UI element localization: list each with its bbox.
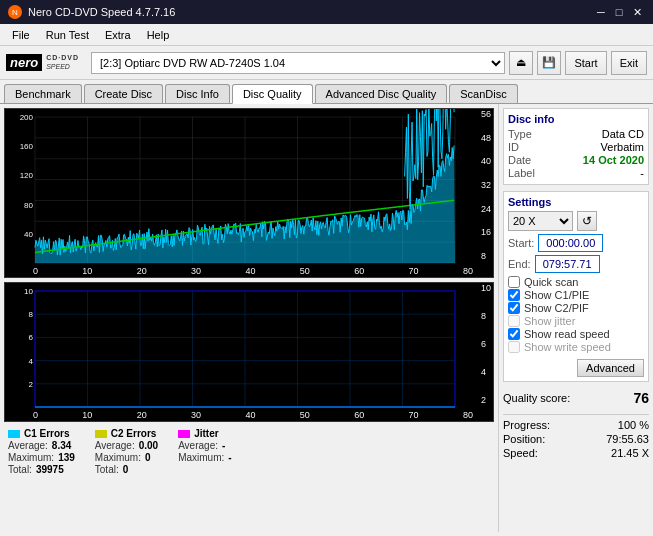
show-c2-pif-checkbox[interactable]	[508, 302, 520, 314]
c1-total: 39975	[36, 464, 64, 475]
lower-chart: 10 8 6 4 2 0 10 20 30 40 50 60 70 80	[4, 282, 494, 422]
close-button[interactable]: ✕	[629, 4, 645, 20]
window-controls: ─ □ ✕	[593, 4, 645, 20]
c1-errors-legend: C1 Errors Average: 8.34 Maximum: 139 Tot…	[8, 428, 75, 475]
title-bar: N Nero CD-DVD Speed 4.7.7.16 ─ □ ✕	[0, 0, 653, 24]
right-panel: Disc info Type Data CD ID Verbatim Date …	[498, 104, 653, 532]
advanced-button[interactable]: Advanced	[577, 359, 644, 377]
nero-logo: nero CD·DVD SPEED	[6, 54, 79, 71]
save-button[interactable]: 💾	[537, 51, 561, 75]
disc-info-title: Disc info	[508, 113, 644, 125]
tab-bar: Benchmark Create Disc Disc Info Disc Qua…	[0, 80, 653, 104]
speed-label: Speed:	[503, 447, 538, 459]
jitter-avg: -	[222, 440, 225, 451]
start-time-input[interactable]	[538, 234, 603, 252]
date-label: Date	[508, 154, 531, 166]
disc-disc-label-row: Label -	[508, 167, 644, 179]
minimize-button[interactable]: ─	[593, 4, 609, 20]
id-label: ID	[508, 141, 519, 153]
drive-selector[interactable]: [2:3] Optiarc DVD RW AD-7240S 1.04	[91, 52, 505, 74]
tab-disc-info[interactable]: Disc Info	[165, 84, 230, 103]
tab-create-disc[interactable]: Create Disc	[84, 84, 163, 103]
settings-title: Settings	[508, 196, 644, 208]
exit-button[interactable]: Exit	[611, 51, 647, 75]
jitter-max: -	[228, 452, 231, 463]
show-write-speed-label: Show write speed	[524, 341, 611, 353]
menu-bar: File Run Test Extra Help	[0, 24, 653, 46]
show-jitter-row: Show jitter	[508, 315, 644, 327]
show-read-speed-row: Show read speed	[508, 328, 644, 340]
disc-type-row: Type Data CD	[508, 128, 644, 140]
end-time-row: End:	[508, 255, 644, 273]
progress-section: Progress: 100 % Position: 79:55.63 Speed…	[503, 414, 649, 461]
app-title: Nero CD-DVD Speed 4.7.7.16	[28, 6, 175, 18]
show-c1-pie-checkbox[interactable]	[508, 289, 520, 301]
tab-scan-disc[interactable]: ScanDisc	[449, 84, 517, 103]
progress-value: 100 %	[618, 419, 649, 431]
c2-avg: 0.00	[139, 440, 158, 451]
tab-benchmark[interactable]: Benchmark	[4, 84, 82, 103]
menu-help[interactable]: Help	[139, 27, 178, 43]
jitter-color-indicator	[178, 430, 190, 438]
quality-score-row: Quality score: 76	[503, 388, 649, 408]
jitter-label: Jitter	[194, 428, 218, 439]
app-icon: N	[8, 5, 22, 19]
show-jitter-checkbox[interactable]	[508, 315, 520, 327]
show-read-speed-checkbox[interactable]	[508, 328, 520, 340]
type-label: Type	[508, 128, 532, 140]
show-c2-pif-row: Show C2/PIF	[508, 302, 644, 314]
speed-row: Speed: 21.45 X	[503, 447, 649, 459]
c1-max: 139	[58, 452, 75, 463]
start-label: Start:	[508, 237, 534, 249]
start-time-row: Start:	[508, 234, 644, 252]
disc-date-row: Date 14 Oct 2020	[508, 154, 644, 166]
show-c1-pie-label: Show C1/PIE	[524, 289, 589, 301]
progress-row: Progress: 100 %	[503, 419, 649, 431]
main-content: 56 48 40 32 24 16 8 0 10 20 30 40 50 60 …	[0, 104, 653, 532]
c2-errors-legend: C2 Errors Average: 0.00 Maximum: 0 Total…	[95, 428, 158, 475]
c2-color-indicator	[95, 430, 107, 438]
show-write-speed-checkbox[interactable]	[508, 341, 520, 353]
disc-id-row: ID Verbatim	[508, 141, 644, 153]
maximize-button[interactable]: □	[611, 4, 627, 20]
end-time-input[interactable]	[535, 255, 600, 273]
id-value: Verbatim	[601, 141, 644, 153]
toolbar: nero CD·DVD SPEED [2:3] Optiarc DVD RW A…	[0, 46, 653, 80]
upper-chart: 56 48 40 32 24 16 8 0 10 20 30 40 50 60 …	[4, 108, 494, 278]
end-label: End:	[508, 258, 531, 270]
eject-button[interactable]: ⏏	[509, 51, 533, 75]
tab-disc-quality[interactable]: Disc Quality	[232, 84, 313, 104]
c2-total: 0	[123, 464, 129, 475]
progress-label: Progress:	[503, 419, 550, 431]
c2-label: C2 Errors	[111, 428, 157, 439]
position-row: Position: 79:55.63	[503, 433, 649, 445]
show-write-speed-row: Show write speed	[508, 341, 644, 353]
show-c2-pif-label: Show C2/PIF	[524, 302, 589, 314]
position-label: Position:	[503, 433, 545, 445]
position-value: 79:55.63	[606, 433, 649, 445]
quick-scan-checkbox[interactable]	[508, 276, 520, 288]
settings-section: Settings 20 X ↺ Start: End: Quick scan	[503, 191, 649, 382]
menu-extra[interactable]: Extra	[97, 27, 139, 43]
c1-label: C1 Errors	[24, 428, 70, 439]
type-value: Data CD	[602, 128, 644, 140]
upper-y-labels: 56 48 40 32 24 16 8	[481, 109, 491, 261]
legend-area: C1 Errors Average: 8.34 Maximum: 139 Tot…	[4, 426, 494, 477]
menu-file[interactable]: File	[4, 27, 38, 43]
speed-row: 20 X ↺	[508, 211, 644, 231]
c2-max: 0	[145, 452, 151, 463]
disc-label-value: -	[640, 167, 644, 179]
quality-score-label: Quality score:	[503, 392, 570, 404]
refresh-button[interactable]: ↺	[577, 211, 597, 231]
disc-info-section: Disc info Type Data CD ID Verbatim Date …	[503, 108, 649, 185]
menu-run-test[interactable]: Run Test	[38, 27, 97, 43]
c1-avg: 8.34	[52, 440, 71, 451]
tab-advanced-disc-quality[interactable]: Advanced Disc Quality	[315, 84, 448, 103]
start-button[interactable]: Start	[565, 51, 606, 75]
jitter-legend: Jitter Average: - Maximum: -	[178, 428, 231, 475]
show-jitter-label: Show jitter	[524, 315, 575, 327]
lower-y-labels: 10 8 6 4 2	[481, 283, 491, 405]
chart-area: 56 48 40 32 24 16 8 0 10 20 30 40 50 60 …	[0, 104, 498, 532]
speed-selector[interactable]: 20 X	[508, 211, 573, 231]
disc-label-label: Label	[508, 167, 535, 179]
